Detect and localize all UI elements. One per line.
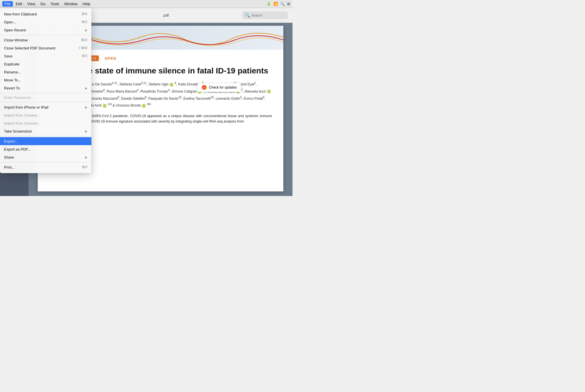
control-center-icon[interactable]: ⊞ — [287, 2, 290, 6]
menu-move-to[interactable]: Move To... — [0, 76, 91, 84]
menu-duplicate[interactable]: Duplicate — [0, 60, 91, 68]
wifi-icon: 📶 — [273, 2, 278, 6]
menu-close-pdf[interactable]: Close Selected PDF Document ⇧⌘W — [0, 44, 91, 52]
menu-open[interactable]: Open... ⌘O — [0, 18, 91, 26]
menu-rename[interactable]: Rename... — [0, 68, 91, 76]
menu-bar-right: 🔋 📶 🔍 ⊞ — [267, 2, 290, 6]
file-menu-section-6: Print... ⌘P — [0, 162, 91, 172]
menu-new-from-clipboard[interactable]: New from Clipboard ⌘N — [0, 10, 91, 18]
menu-close-window[interactable]: Close Window ⌘W — [0, 36, 91, 44]
menu-save[interactable]: Save ⌘S — [0, 52, 91, 60]
orcid-icon-4: iD — [267, 90, 271, 93]
menu-revert-to[interactable]: Revert To ▶ — [0, 84, 91, 92]
file-menu-section-4: Import from iPhone or iPad ▶ Import from… — [0, 102, 91, 136]
menu-window[interactable]: Window — [62, 1, 80, 7]
open-recent-arrow: ▶ — [85, 29, 87, 32]
orcid-icon: iD — [170, 83, 173, 87]
menu-share[interactable]: Share ▶ — [0, 153, 91, 161]
search-icon: 🔍 — [245, 13, 250, 18]
revert-to-arrow: ▶ — [85, 87, 87, 90]
open-badge: OPEN — [105, 56, 116, 61]
enter-password-placeholder: Enter Password... — [0, 94, 91, 101]
import-iphone-arrow: ▶ — [85, 106, 87, 109]
menu-file[interactable]: File — [2, 1, 13, 7]
file-menu-section-1: New from Clipboard ⌘N Open... ⌘O Open Re… — [0, 9, 91, 35]
check-updates-icon: A — [202, 85, 207, 90]
search-icon-bar[interactable]: 🔍 — [280, 2, 285, 6]
menu-edit[interactable]: Edit — [13, 1, 24, 7]
orcid-icon-7: iD — [103, 104, 107, 108]
orcid-icon-8: iD — [142, 104, 146, 108]
file-menu-section-5: Export... Export as PDF... Share ▶ — [0, 136, 91, 162]
svg-text:A: A — [203, 87, 205, 89]
menu-tools[interactable]: Tools — [48, 1, 61, 7]
menu-view[interactable]: View — [25, 1, 37, 7]
toolbar-title: .pdf — [93, 13, 239, 17]
menu-go[interactable]: Go — [38, 1, 47, 7]
menu-print[interactable]: Print... ⌘P — [0, 163, 91, 171]
menu-take-screenshot[interactable]: Take Screenshot ▶ — [0, 127, 91, 135]
check-updates-label: Check for updates — [209, 85, 237, 89]
menu-help[interactable]: Help — [80, 1, 93, 7]
menu-import-iphone[interactable]: Import from iPhone or iPad ▶ — [0, 103, 91, 111]
search-input[interactable] — [251, 13, 286, 17]
file-menu-section-3: Enter Password... — [0, 93, 91, 102]
check-updates-button[interactable]: A Check for updates — [197, 83, 241, 92]
search-bar[interactable]: 🔍 — [242, 11, 288, 19]
file-menu-section-2: Close Window ⌘W Close Selected PDF Docum… — [0, 35, 91, 93]
battery-icon: 🔋 — [267, 2, 271, 6]
menu-import-scanner: Import from Scanner... — [0, 119, 91, 127]
menu-open-recent[interactable]: Open Recent ▶ — [0, 26, 91, 34]
menu-bar: File Edit View Go Tools Window Help 🔋 📶 … — [0, 0, 292, 8]
menu-export[interactable]: Export... — [0, 137, 91, 145]
menu-import-camera: Import from Camera... — [0, 111, 91, 119]
screenshot-arrow: ▶ — [85, 130, 87, 133]
file-dropdown-menu: New from Clipboard ⌘N Open... ⌘O Open Re… — [0, 8, 91, 173]
menu-export-as-pdf[interactable]: Export as PDF... — [0, 145, 91, 153]
share-arrow: ▶ — [85, 156, 87, 159]
